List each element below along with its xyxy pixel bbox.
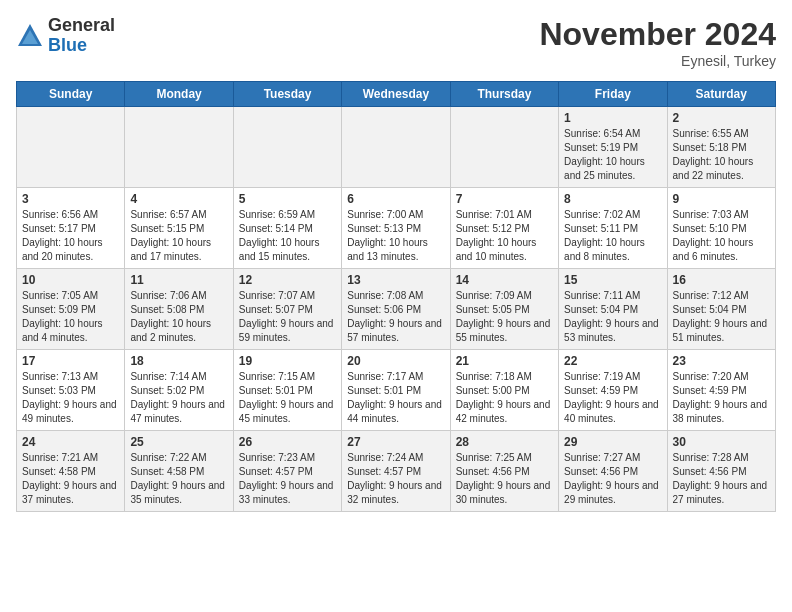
day-info: Sunrise: 6:54 AM Sunset: 5:19 PM Dayligh… xyxy=(564,127,661,183)
month-title: November 2024 xyxy=(539,16,776,53)
calendar-cell: 12Sunrise: 7:07 AM Sunset: 5:07 PM Dayli… xyxy=(233,269,341,350)
day-info: Sunrise: 7:14 AM Sunset: 5:02 PM Dayligh… xyxy=(130,370,227,426)
day-info: Sunrise: 7:18 AM Sunset: 5:00 PM Dayligh… xyxy=(456,370,553,426)
day-number: 27 xyxy=(347,435,444,449)
day-info: Sunrise: 6:56 AM Sunset: 5:17 PM Dayligh… xyxy=(22,208,119,264)
day-number: 10 xyxy=(22,273,119,287)
header-row: Sunday Monday Tuesday Wednesday Thursday… xyxy=(17,82,776,107)
day-number: 6 xyxy=(347,192,444,206)
day-info: Sunrise: 7:15 AM Sunset: 5:01 PM Dayligh… xyxy=(239,370,336,426)
calendar-cell: 7Sunrise: 7:01 AM Sunset: 5:12 PM Daylig… xyxy=(450,188,558,269)
calendar-cell xyxy=(17,107,125,188)
calendar-cell: 29Sunrise: 7:27 AM Sunset: 4:56 PM Dayli… xyxy=(559,431,667,512)
day-info: Sunrise: 7:02 AM Sunset: 5:11 PM Dayligh… xyxy=(564,208,661,264)
day-info: Sunrise: 7:11 AM Sunset: 5:04 PM Dayligh… xyxy=(564,289,661,345)
calendar-cell: 5Sunrise: 6:59 AM Sunset: 5:14 PM Daylig… xyxy=(233,188,341,269)
calendar-cell: 22Sunrise: 7:19 AM Sunset: 4:59 PM Dayli… xyxy=(559,350,667,431)
day-number: 8 xyxy=(564,192,661,206)
col-tuesday: Tuesday xyxy=(233,82,341,107)
calendar-cell: 23Sunrise: 7:20 AM Sunset: 4:59 PM Dayli… xyxy=(667,350,775,431)
day-number: 13 xyxy=(347,273,444,287)
day-number: 21 xyxy=(456,354,553,368)
calendar-cell: 26Sunrise: 7:23 AM Sunset: 4:57 PM Dayli… xyxy=(233,431,341,512)
col-wednesday: Wednesday xyxy=(342,82,450,107)
day-info: Sunrise: 7:27 AM Sunset: 4:56 PM Dayligh… xyxy=(564,451,661,507)
day-info: Sunrise: 7:13 AM Sunset: 5:03 PM Dayligh… xyxy=(22,370,119,426)
day-info: Sunrise: 7:22 AM Sunset: 4:58 PM Dayligh… xyxy=(130,451,227,507)
day-number: 30 xyxy=(673,435,770,449)
logo: General Blue xyxy=(16,16,115,56)
calendar-table: Sunday Monday Tuesday Wednesday Thursday… xyxy=(16,81,776,512)
calendar-cell xyxy=(233,107,341,188)
page-header: General Blue November 2024 Eynesil, Turk… xyxy=(16,16,776,69)
day-number: 14 xyxy=(456,273,553,287)
day-number: 4 xyxy=(130,192,227,206)
day-number: 2 xyxy=(673,111,770,125)
calendar-cell xyxy=(125,107,233,188)
calendar-cell: 6Sunrise: 7:00 AM Sunset: 5:13 PM Daylig… xyxy=(342,188,450,269)
day-number: 3 xyxy=(22,192,119,206)
day-info: Sunrise: 7:03 AM Sunset: 5:10 PM Dayligh… xyxy=(673,208,770,264)
calendar-cell xyxy=(342,107,450,188)
day-info: Sunrise: 6:59 AM Sunset: 5:14 PM Dayligh… xyxy=(239,208,336,264)
day-info: Sunrise: 7:08 AM Sunset: 5:06 PM Dayligh… xyxy=(347,289,444,345)
calendar-cell: 1Sunrise: 6:54 AM Sunset: 5:19 PM Daylig… xyxy=(559,107,667,188)
day-info: Sunrise: 7:21 AM Sunset: 4:58 PM Dayligh… xyxy=(22,451,119,507)
calendar-cell: 10Sunrise: 7:05 AM Sunset: 5:09 PM Dayli… xyxy=(17,269,125,350)
location-subtitle: Eynesil, Turkey xyxy=(539,53,776,69)
day-info: Sunrise: 7:17 AM Sunset: 5:01 PM Dayligh… xyxy=(347,370,444,426)
calendar-cell: 4Sunrise: 6:57 AM Sunset: 5:15 PM Daylig… xyxy=(125,188,233,269)
day-number: 26 xyxy=(239,435,336,449)
calendar-cell: 14Sunrise: 7:09 AM Sunset: 5:05 PM Dayli… xyxy=(450,269,558,350)
calendar-cell: 19Sunrise: 7:15 AM Sunset: 5:01 PM Dayli… xyxy=(233,350,341,431)
calendar-cell: 17Sunrise: 7:13 AM Sunset: 5:03 PM Dayli… xyxy=(17,350,125,431)
day-number: 5 xyxy=(239,192,336,206)
col-saturday: Saturday xyxy=(667,82,775,107)
day-number: 12 xyxy=(239,273,336,287)
calendar-week-1: 1Sunrise: 6:54 AM Sunset: 5:19 PM Daylig… xyxy=(17,107,776,188)
calendar-cell: 8Sunrise: 7:02 AM Sunset: 5:11 PM Daylig… xyxy=(559,188,667,269)
calendar-cell: 11Sunrise: 7:06 AM Sunset: 5:08 PM Dayli… xyxy=(125,269,233,350)
day-info: Sunrise: 7:09 AM Sunset: 5:05 PM Dayligh… xyxy=(456,289,553,345)
title-area: November 2024 Eynesil, Turkey xyxy=(539,16,776,69)
day-number: 20 xyxy=(347,354,444,368)
day-info: Sunrise: 7:06 AM Sunset: 5:08 PM Dayligh… xyxy=(130,289,227,345)
calendar-week-3: 10Sunrise: 7:05 AM Sunset: 5:09 PM Dayli… xyxy=(17,269,776,350)
calendar-header: Sunday Monday Tuesday Wednesday Thursday… xyxy=(17,82,776,107)
calendar-week-2: 3Sunrise: 6:56 AM Sunset: 5:17 PM Daylig… xyxy=(17,188,776,269)
day-number: 24 xyxy=(22,435,119,449)
day-info: Sunrise: 7:01 AM Sunset: 5:12 PM Dayligh… xyxy=(456,208,553,264)
day-number: 19 xyxy=(239,354,336,368)
calendar-cell: 21Sunrise: 7:18 AM Sunset: 5:00 PM Dayli… xyxy=(450,350,558,431)
day-number: 7 xyxy=(456,192,553,206)
calendar-cell xyxy=(450,107,558,188)
calendar-cell: 2Sunrise: 6:55 AM Sunset: 5:18 PM Daylig… xyxy=(667,107,775,188)
day-info: Sunrise: 7:07 AM Sunset: 5:07 PM Dayligh… xyxy=(239,289,336,345)
calendar-cell: 3Sunrise: 6:56 AM Sunset: 5:17 PM Daylig… xyxy=(17,188,125,269)
calendar-cell: 24Sunrise: 7:21 AM Sunset: 4:58 PM Dayli… xyxy=(17,431,125,512)
calendar-cell: 28Sunrise: 7:25 AM Sunset: 4:56 PM Dayli… xyxy=(450,431,558,512)
day-number: 18 xyxy=(130,354,227,368)
calendar-cell: 30Sunrise: 7:28 AM Sunset: 4:56 PM Dayli… xyxy=(667,431,775,512)
day-number: 29 xyxy=(564,435,661,449)
calendar-cell: 18Sunrise: 7:14 AM Sunset: 5:02 PM Dayli… xyxy=(125,350,233,431)
calendar-cell: 16Sunrise: 7:12 AM Sunset: 5:04 PM Dayli… xyxy=(667,269,775,350)
logo-blue: Blue xyxy=(48,36,115,56)
day-number: 11 xyxy=(130,273,227,287)
day-info: Sunrise: 7:00 AM Sunset: 5:13 PM Dayligh… xyxy=(347,208,444,264)
day-number: 22 xyxy=(564,354,661,368)
day-info: Sunrise: 7:05 AM Sunset: 5:09 PM Dayligh… xyxy=(22,289,119,345)
day-info: Sunrise: 6:55 AM Sunset: 5:18 PM Dayligh… xyxy=(673,127,770,183)
day-info: Sunrise: 7:23 AM Sunset: 4:57 PM Dayligh… xyxy=(239,451,336,507)
day-number: 15 xyxy=(564,273,661,287)
day-number: 17 xyxy=(22,354,119,368)
col-friday: Friday xyxy=(559,82,667,107)
day-info: Sunrise: 7:12 AM Sunset: 5:04 PM Dayligh… xyxy=(673,289,770,345)
day-info: Sunrise: 6:57 AM Sunset: 5:15 PM Dayligh… xyxy=(130,208,227,264)
col-thursday: Thursday xyxy=(450,82,558,107)
day-number: 28 xyxy=(456,435,553,449)
logo-icon xyxy=(16,22,44,50)
day-number: 25 xyxy=(130,435,227,449)
day-info: Sunrise: 7:19 AM Sunset: 4:59 PM Dayligh… xyxy=(564,370,661,426)
logo-general: General xyxy=(48,16,115,36)
